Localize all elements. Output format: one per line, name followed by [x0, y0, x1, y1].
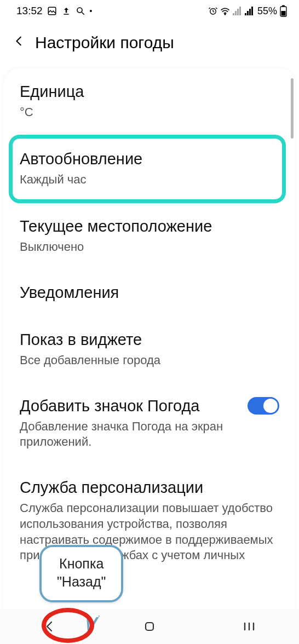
setting-add-icon-title: Добавить значок Погода: [20, 396, 239, 416]
settings-panel: Единица °C Автообновление Каждый час Тек…: [3, 68, 296, 616]
svg-rect-7: [146, 623, 153, 630]
setting-current-location-value: Выключено: [20, 239, 279, 255]
status-time: 13:52: [16, 5, 43, 17]
page-title: Настройки погоды: [35, 33, 174, 52]
svg-rect-6: [281, 11, 285, 16]
svg-rect-5: [282, 5, 285, 7]
back-button[interactable]: [13, 33, 25, 52]
setting-add-icon[interactable]: Добавить значок Погода Добавление значка…: [3, 383, 296, 464]
nav-bar: [0, 609, 299, 644]
svg-point-1: [77, 8, 82, 13]
setting-unit-title: Единица: [20, 82, 279, 101]
signal-2-icon: [244, 6, 254, 16]
battery-icon: [279, 6, 287, 16]
image-icon: [47, 6, 57, 16]
nav-recents[interactable]: [216, 621, 282, 632]
setting-personalization-title: Служба персонализации: [20, 478, 279, 497]
setting-widget-show-value: Все добавленные города: [20, 353, 279, 369]
setting-add-icon-desc: Добавление значка Погода на экран прилож…: [20, 419, 279, 450]
search-icon: [76, 6, 85, 16]
setting-notifications-title: Уведомления: [20, 283, 279, 302]
setting-current-location-title: Текущее местоположение: [20, 216, 279, 236]
status-bar: 13:52 • 55%: [0, 0, 299, 22]
toggle-knob: [263, 399, 278, 413]
callout-line1: Кнопка: [57, 555, 106, 573]
scrollbar[interactable]: [291, 78, 294, 139]
header: Настройки погоды: [0, 22, 299, 63]
status-left: 13:52 •: [16, 5, 92, 17]
battery-percent: 55%: [257, 5, 277, 17]
setting-widget-show-title: Показ в виджете: [20, 330, 279, 349]
annotation-callout: Кнопка "Назад": [39, 545, 123, 603]
signal-1-icon: [232, 6, 242, 16]
toggle-add-icon[interactable]: [248, 397, 279, 415]
nav-back[interactable]: [17, 620, 83, 633]
wifi-icon: [220, 6, 230, 16]
dot-icon: •: [90, 7, 93, 15]
setting-unit[interactable]: Единица °C: [3, 68, 296, 135]
setting-unit-value: °C: [20, 105, 279, 120]
svg-point-3: [225, 14, 226, 15]
setting-notifications[interactable]: Уведомления: [3, 269, 296, 317]
setting-widget-show[interactable]: Показ в виджете Все добавленные города: [3, 317, 296, 383]
callout-line2: "Назад": [57, 573, 106, 591]
upload-icon: [61, 6, 71, 16]
setting-auto-update[interactable]: Автообновление Каждый час: [3, 135, 296, 203]
nav-home[interactable]: [117, 620, 182, 633]
setting-auto-update-title: Автообновление: [20, 149, 279, 169]
setting-auto-update-value: Каждый час: [20, 172, 279, 188]
setting-current-location[interactable]: Текущее местоположение Выключено: [3, 203, 296, 269]
status-right: 55%: [208, 5, 287, 17]
alarm-icon: [208, 6, 218, 16]
